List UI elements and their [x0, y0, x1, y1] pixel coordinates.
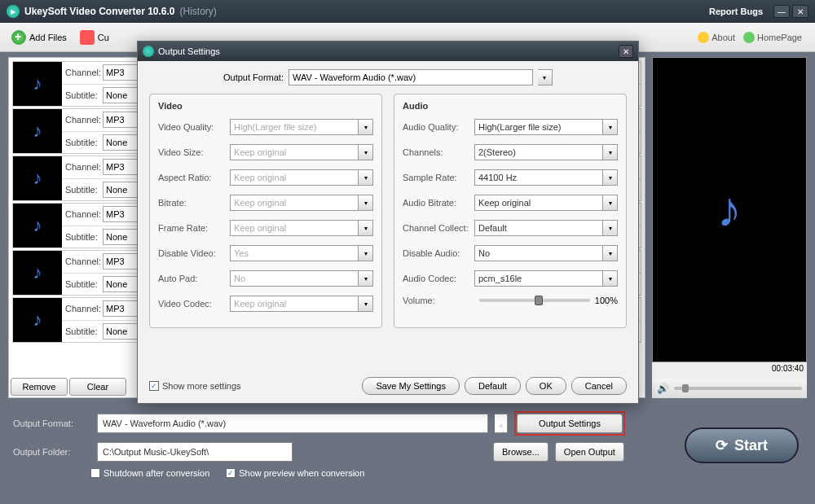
preview-checkbox[interactable]: ✓Show preview when conversion	[226, 468, 364, 478]
video-size-select[interactable]	[230, 144, 359, 160]
thumbnail-icon: ♪	[13, 62, 62, 106]
chevron-down-icon[interactable]: ▾	[603, 195, 618, 211]
chevron-down-icon[interactable]: ▾	[538, 69, 553, 85]
show-more-checkbox[interactable]: ✓ Show more settings	[149, 381, 241, 391]
default-button[interactable]: Default	[465, 377, 521, 395]
chevron-down-icon[interactable]: ▾	[603, 169, 618, 186]
close-button[interactable]: ✕	[792, 5, 808, 18]
chevron-down-icon[interactable]: ▾	[359, 195, 373, 211]
output-format-field[interactable]	[97, 414, 488, 433]
audio-disable-select[interactable]	[474, 245, 603, 261]
video-aspect-select[interactable]	[230, 169, 359, 186]
bottom-panel: Output Format: ▴ Output Settings Output …	[0, 403, 815, 504]
output-settings-highlight: Output Settings	[514, 411, 625, 436]
audio-codec-select[interactable]	[474, 270, 603, 287]
chevron-down-icon[interactable]: ▾	[603, 220, 618, 236]
volume-slider[interactable]	[674, 387, 802, 390]
output-settings-dialog: Output Settings ✕ Output Format: ▾ Video…	[137, 41, 639, 404]
history-link[interactable]: (History)	[180, 6, 217, 17]
format-dropdown-icon[interactable]: ▴	[495, 414, 508, 433]
audio-sample-select[interactable]	[474, 169, 603, 186]
chevron-down-icon[interactable]: ▾	[359, 270, 373, 287]
refresh-icon: ⟳	[716, 436, 728, 454]
report-bugs-link[interactable]: Report Bugs	[709, 7, 763, 16]
thumbnail-icon: ♪	[13, 298, 62, 342]
volume-slider[interactable]	[479, 299, 590, 302]
chevron-down-icon[interactable]: ▾	[359, 169, 373, 186]
chevron-down-icon[interactable]: ▾	[603, 119, 618, 135]
remove-button[interactable]: Remove	[11, 378, 68, 396]
cut-button[interactable]: Cu	[73, 27, 116, 48]
audio-panel: Audio Audio Quality:▾Channels:▾Sample Ra…	[394, 94, 627, 328]
clear-button[interactable]: Clear	[69, 378, 126, 396]
video-quality-select[interactable]	[230, 119, 359, 135]
shutdown-checkbox[interactable]: Shutdown after conversion	[90, 468, 209, 478]
cut-icon	[80, 30, 95, 45]
add-icon	[11, 30, 26, 45]
start-button[interactable]: ⟳ Start	[685, 427, 799, 463]
title-bar: UkeySoft Video Converter 10.6.0 (History…	[0, 0, 815, 23]
about-link[interactable]: About	[698, 32, 735, 43]
video-panel: Video Video Quality:▾Video Size:▾Aspect …	[149, 94, 382, 328]
video-autopad-select[interactable]	[230, 270, 359, 287]
dialog-output-format-label: Output Format:	[223, 72, 284, 82]
chevron-down-icon[interactable]: ▾	[603, 270, 618, 287]
browse-button[interactable]: Browse...	[493, 442, 548, 462]
dialog-logo-icon	[143, 46, 154, 57]
chevron-down-icon[interactable]: ▾	[359, 119, 373, 135]
save-settings-button[interactable]: Save My Settings	[362, 377, 460, 395]
thumbnail-icon: ♪	[13, 204, 62, 248]
star-icon	[698, 32, 709, 43]
preview-video[interactable]: ♪	[652, 57, 807, 362]
chevron-down-icon[interactable]: ▾	[359, 144, 373, 160]
minimize-button[interactable]: —	[773, 5, 790, 18]
video-frame-select[interactable]	[230, 220, 359, 236]
output-settings-button[interactable]: Output Settings	[517, 414, 623, 433]
add-files-button[interactable]: Add Files	[5, 27, 73, 48]
video-bitrate-select[interactable]	[230, 195, 359, 211]
home-icon	[743, 32, 755, 43]
output-folder-field[interactable]	[97, 442, 293, 462]
app-logo-icon	[7, 5, 20, 18]
app-title: UkeySoft Video Converter 10.6.0	[24, 6, 175, 17]
thumbnail-icon: ♪	[13, 156, 62, 200]
video-disable-select[interactable]	[230, 245, 359, 261]
volume-icon[interactable]: 🔊	[657, 383, 669, 394]
dialog-output-format-select[interactable]	[289, 69, 533, 85]
chevron-down-icon[interactable]: ▾	[359, 296, 373, 312]
homepage-link[interactable]: HomePage	[743, 32, 802, 43]
dialog-close-button[interactable]: ✕	[619, 45, 633, 58]
thumbnail-icon: ♪	[13, 109, 62, 153]
thumbnail-icon: ♪	[13, 251, 62, 295]
chevron-down-icon[interactable]: ▾	[359, 220, 373, 236]
video-codec-select[interactable]	[230, 296, 359, 312]
output-format-label: Output Format:	[13, 419, 90, 428]
ok-button[interactable]: OK	[526, 377, 566, 395]
output-folder-label: Output Folder:	[13, 447, 90, 457]
chevron-down-icon[interactable]: ▾	[603, 144, 618, 160]
audio-channels-select[interactable]	[474, 144, 603, 160]
chevron-down-icon[interactable]: ▾	[603, 245, 618, 261]
dialog-title: Output Settings	[158, 46, 220, 56]
audio-bitrate-select[interactable]	[474, 195, 603, 211]
preview-time: 00:03:40	[652, 362, 807, 379]
audio-collect-select[interactable]	[474, 220, 603, 236]
audio-quality-select[interactable]	[474, 119, 603, 135]
chevron-down-icon[interactable]: ▾	[359, 245, 373, 261]
open-output-button[interactable]: Open Output	[555, 442, 624, 462]
cancel-button[interactable]: Cancel	[571, 377, 627, 395]
preview-panel: ♪ 00:03:40 🔊	[652, 57, 807, 398]
